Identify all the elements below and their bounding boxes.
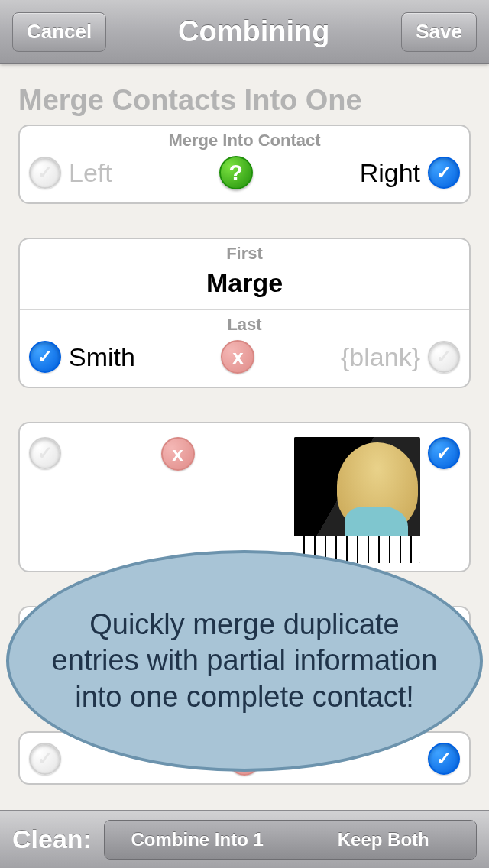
last-right-check[interactable]: ✓ bbox=[428, 341, 460, 373]
toolbar-label: Clean: bbox=[12, 824, 92, 854]
first-label: First bbox=[20, 239, 469, 264]
p2-right-check[interactable]: ✓ bbox=[428, 743, 460, 775]
promo-text: Quickly merge duplicate entries with par… bbox=[44, 607, 445, 716]
combine-button[interactable]: Combine Into 1 bbox=[105, 821, 291, 859]
merge-into-card: Merge Into Contact ✓ Left ? Right ✓ bbox=[18, 125, 471, 204]
merge-right-label: Right bbox=[360, 158, 420, 188]
photo-right-check[interactable]: ✓ bbox=[428, 437, 460, 469]
cancel-button[interactable]: Cancel bbox=[12, 12, 106, 52]
first-value: Marge bbox=[20, 264, 469, 309]
page-title: Combining bbox=[178, 15, 329, 48]
save-button[interactable]: Save bbox=[401, 12, 477, 52]
navbar: Cancel Combining Save bbox=[0, 0, 489, 64]
keep-both-button[interactable]: Keep Both bbox=[290, 821, 476, 859]
p2-left-check[interactable]: ✓ bbox=[29, 743, 61, 775]
last-right-value: {blank} bbox=[341, 342, 420, 372]
last-label: Last bbox=[20, 310, 469, 335]
section-title: Merge Contacts Into One bbox=[18, 84, 471, 117]
name-card: First Marge Last ✓ Smith x {blank} ✓ bbox=[18, 238, 471, 388]
merge-left-label: Left bbox=[69, 158, 112, 188]
help-icon[interactable]: ? bbox=[219, 156, 253, 189]
last-left-check[interactable]: ✓ bbox=[29, 341, 61, 373]
delete-last-icon[interactable]: x bbox=[221, 340, 254, 374]
left-check[interactable]: ✓ bbox=[29, 157, 61, 189]
contact-photo bbox=[294, 437, 420, 563]
delete-photo-icon[interactable]: x bbox=[161, 437, 195, 471]
last-left-value: Smith bbox=[69, 342, 135, 372]
photo-left-check[interactable]: ✓ bbox=[29, 437, 61, 469]
merge-into-header: Merge Into Contact bbox=[20, 126, 469, 151]
toolbar: Clean: Combine Into 1 Keep Both bbox=[0, 810, 489, 868]
toolbar-segment: Combine Into 1 Keep Both bbox=[104, 820, 477, 860]
right-check[interactable]: ✓ bbox=[428, 157, 460, 189]
promo-callout: Quickly merge duplicate entries with par… bbox=[6, 550, 483, 772]
